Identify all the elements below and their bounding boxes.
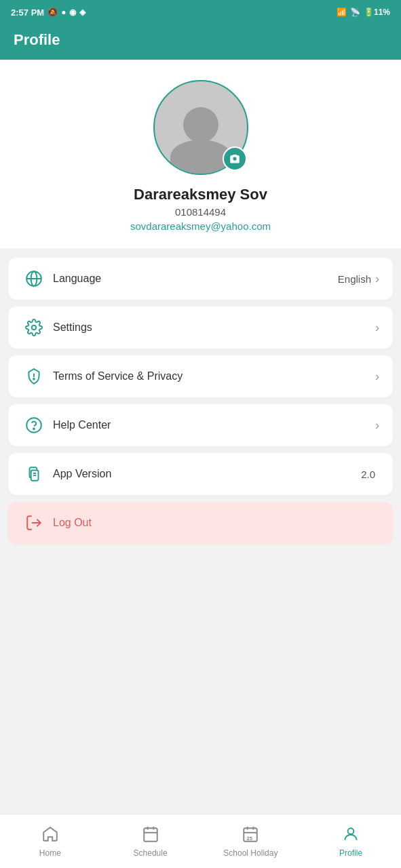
avatar-head-shape bbox=[183, 107, 218, 142]
status-left: 2:57 PM 🔕 ● ◉ ◈ bbox=[11, 7, 85, 18]
school-holiday-icon: 25 bbox=[242, 825, 259, 846]
nav-item-profile[interactable]: Profile bbox=[301, 814, 401, 868]
language-value: English bbox=[338, 273, 371, 285]
svg-point-22 bbox=[348, 828, 354, 834]
header: Profile bbox=[0, 24, 401, 60]
status-time: 2:57 PM bbox=[11, 7, 44, 18]
home-icon bbox=[41, 825, 59, 846]
logout-button[interactable]: Log Out bbox=[8, 502, 393, 544]
profile-phone: 010814494 bbox=[175, 206, 226, 218]
schedule-nav-label: Schedule bbox=[134, 848, 168, 858]
nav-item-home[interactable]: Home bbox=[0, 814, 100, 868]
wifi-icon: 📡 bbox=[350, 7, 360, 17]
menu-item-language[interactable]: Language English › bbox=[8, 258, 393, 300]
terms-arrow-icon: › bbox=[375, 370, 379, 384]
logout-icon bbox=[22, 514, 46, 532]
profile-nav-label: Profile bbox=[339, 848, 362, 858]
nav-item-schedule[interactable]: Schedule bbox=[100, 814, 201, 868]
profile-name: Darareaksmey Sov bbox=[134, 186, 267, 203]
settings-arrow-icon: › bbox=[375, 321, 379, 335]
status-bar: 2:57 PM 🔕 ● ◉ ◈ 📶 📡 🔋11% bbox=[0, 0, 401, 24]
menu-item-terms[interactable]: Terms of Service & Privacy › bbox=[8, 355, 393, 397]
language-arrow-icon: › bbox=[375, 272, 379, 286]
appversion-value: 2.0 bbox=[361, 469, 375, 480]
logout-label: Log Out bbox=[53, 517, 379, 529]
profile-nav-icon bbox=[342, 825, 360, 846]
menu-item-help[interactable]: Help Center › bbox=[8, 404, 393, 446]
battery-icon: 🔋11% bbox=[364, 7, 390, 17]
camera-button[interactable] bbox=[223, 146, 247, 171]
help-label: Help Center bbox=[53, 419, 375, 431]
profile-section: Darareaksmey Sov 010814494 sovdarareaksm… bbox=[0, 60, 401, 248]
help-arrow-icon: › bbox=[375, 418, 379, 433]
terms-label: Terms of Service & Privacy bbox=[53, 370, 375, 382]
app-icon: ◈ bbox=[79, 7, 85, 17]
globe-icon bbox=[22, 270, 46, 288]
mute-icon: 🔕 bbox=[47, 7, 58, 17]
status-right: 📶 📡 🔋11% bbox=[337, 7, 390, 17]
bottom-nav: Home Schedule 25 School Holiday bbox=[0, 814, 401, 868]
help-icon bbox=[22, 416, 46, 434]
svg-point-7 bbox=[33, 429, 35, 430]
avatar-body-shape bbox=[170, 140, 231, 174]
menu-item-appversion[interactable]: App Version 2.0 bbox=[8, 453, 393, 495]
avatar-wrapper bbox=[153, 80, 248, 175]
profile-email: sovdarareaksmey@yahoo.com bbox=[130, 220, 271, 232]
svg-rect-13 bbox=[144, 828, 157, 842]
gear-icon bbox=[22, 319, 46, 336]
language-label: Language bbox=[53, 273, 338, 285]
tiktok-icon: ◉ bbox=[69, 7, 76, 17]
menu-list: Language English › Settings › Terms of S… bbox=[0, 248, 401, 553]
appversion-label: App Version bbox=[53, 468, 361, 480]
app-version-icon bbox=[22, 465, 46, 483]
signal-icon: 📶 bbox=[337, 7, 347, 17]
page-title: Profile bbox=[14, 31, 60, 48]
settings-label: Settings bbox=[53, 321, 375, 334]
camera-icon bbox=[229, 153, 241, 165]
nav-item-school-holiday[interactable]: 25 School Holiday bbox=[201, 814, 301, 868]
svg-point-5 bbox=[33, 378, 35, 380]
svg-text:25: 25 bbox=[247, 835, 252, 841]
menu-item-settings[interactable]: Settings › bbox=[8, 307, 393, 349]
whatsapp-icon: ● bbox=[61, 7, 66, 17]
svg-point-3 bbox=[32, 326, 37, 330]
shield-icon bbox=[22, 368, 46, 385]
school-holiday-nav-label: School Holiday bbox=[223, 848, 278, 858]
home-nav-label: Home bbox=[39, 848, 61, 858]
svg-point-6 bbox=[26, 418, 41, 433]
schedule-icon bbox=[142, 825, 159, 846]
